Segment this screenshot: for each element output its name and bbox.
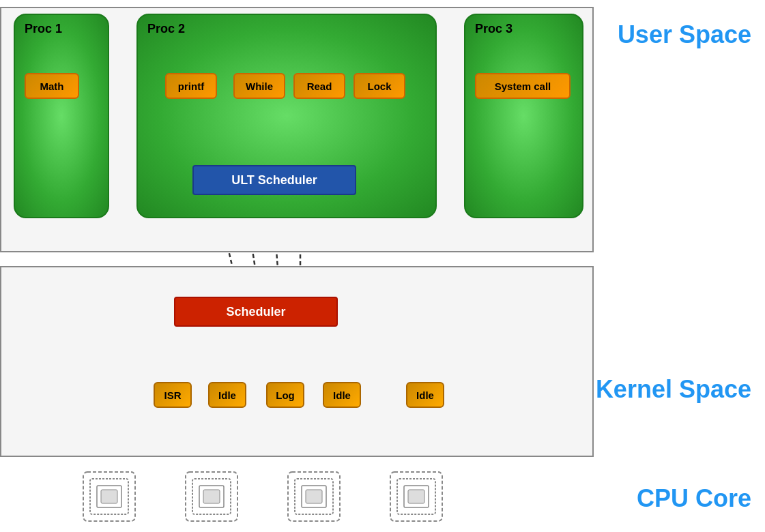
proc2-box: Proc 2 printf While Read Lock ULT Schedu… bbox=[136, 14, 437, 218]
idle2-thread: Idle bbox=[323, 382, 361, 408]
kernel-space-label: Kernel Space bbox=[596, 375, 751, 404]
log-thread: Log bbox=[266, 382, 304, 408]
isr-thread: ISR bbox=[154, 382, 192, 408]
svg-rect-18 bbox=[101, 490, 117, 503]
cpu-core-3 bbox=[287, 471, 341, 522]
while-thread: While bbox=[233, 73, 285, 99]
proc3-label: Proc 3 bbox=[475, 22, 513, 36]
svg-rect-26 bbox=[306, 490, 322, 503]
math-thread: Math bbox=[25, 73, 79, 99]
svg-rect-22 bbox=[203, 490, 220, 503]
cpu-core-4 bbox=[389, 471, 444, 522]
proc3-box: Proc 3 System call bbox=[464, 14, 583, 218]
kernel-scheduler: Scheduler bbox=[174, 297, 338, 327]
user-space-label: User Space bbox=[618, 20, 751, 49]
syscall-thread: System call bbox=[475, 73, 571, 99]
cpu-core-1 bbox=[82, 471, 136, 522]
idle3-thread: Idle bbox=[406, 382, 444, 408]
ult-scheduler: ULT Scheduler bbox=[192, 165, 356, 195]
cpu-core-label: CPU Core bbox=[637, 484, 751, 513]
kernel-space-box bbox=[0, 266, 594, 457]
idle1-thread: Idle bbox=[208, 382, 246, 408]
printf-thread: printf bbox=[165, 73, 217, 99]
lock-thread: Lock bbox=[353, 73, 405, 99]
read-thread: Read bbox=[293, 73, 345, 99]
proc2-label: Proc 2 bbox=[147, 22, 185, 36]
proc1-label: Proc 1 bbox=[25, 22, 62, 36]
cpu-core-2 bbox=[184, 471, 239, 522]
proc1-box: Proc 1 Math bbox=[14, 14, 109, 218]
svg-rect-30 bbox=[408, 490, 424, 503]
